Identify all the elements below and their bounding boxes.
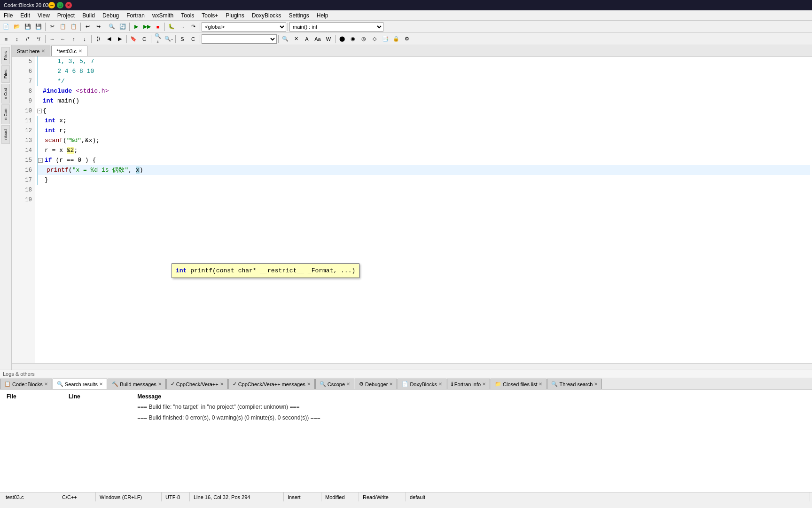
menu-plugins[interactable]: Plugins <box>222 11 248 20</box>
menu-tools-plus[interactable]: Tools+ <box>198 11 222 20</box>
replace-btn[interactable]: 🔄 <box>117 22 128 32</box>
tab-cppcheck-close[interactable]: ✕ <box>220 381 224 387</box>
tb2-2[interactable]: ↕ <box>12 34 22 44</box>
tab-search-results[interactable]: 🔍 Search results ✕ <box>53 379 107 389</box>
search-combo[interactable] <box>202 34 277 44</box>
menu-project[interactable]: Project <box>54 11 78 20</box>
new-btn[interactable]: 📄 <box>1 22 11 32</box>
tb2-indent[interactable]: → <box>47 34 57 44</box>
tb2-class[interactable]: C <box>139 34 149 44</box>
open-btn[interactable]: 📂 <box>12 22 22 32</box>
tab-cppcheck-msg-close[interactable]: ✕ <box>307 381 311 387</box>
debug-btn[interactable]: 🐛 <box>166 22 177 32</box>
copy-btn[interactable]: 📋 <box>58 22 68 32</box>
cut-btn[interactable]: ✂ <box>47 22 57 32</box>
menu-tools[interactable]: Tools <box>177 11 198 20</box>
search-label-btn[interactable]: A <box>302 34 312 44</box>
save-btn[interactable]: 💾 <box>23 22 33 32</box>
tb2-copy-icon[interactable]: 📑 <box>380 34 390 44</box>
tab-build-messages[interactable]: 🔨 Build messages ✕ <box>108 379 166 389</box>
tb2-1[interactable]: ≡ <box>1 34 11 44</box>
sidebar-tab-symbols[interactable]: n Cod <box>1 84 10 103</box>
menu-settings[interactable]: Settings <box>285 11 312 20</box>
tab-codeblocks[interactable]: 📋 Code::Blocks ✕ <box>0 379 52 389</box>
tb2-nav4[interactable]: ◇ <box>369 34 380 44</box>
stepover-btn[interactable]: ↷ <box>188 22 198 32</box>
tab-doxyblocks[interactable]: 📄 DoxyBlocks ✕ <box>398 379 446 389</box>
menu-help[interactable]: Help <box>313 11 332 20</box>
tb2-sb[interactable]: S <box>177 34 187 44</box>
fold-15[interactable]: - <box>38 158 43 163</box>
menu-doxyblocks[interactable]: DoxyBlocks <box>248 11 285 20</box>
tab-cscope[interactable]: 🔍 Cscope ✕ <box>315 379 354 389</box>
sidebar-tab-projects[interactable]: Files <box>1 65 10 83</box>
build-btn[interactable]: ▶ <box>131 22 141 32</box>
tab-test03-close[interactable]: ✕ <box>78 48 82 54</box>
search-input-btn[interactable]: 🔍 <box>280 34 290 44</box>
tb2-bookmark[interactable]: 🔖 <box>128 34 139 44</box>
tab-closed-close[interactable]: ✕ <box>539 381 542 387</box>
tab-cppcheck[interactable]: ✓ CppCheck/Vera++ ✕ <box>166 379 228 389</box>
tb2-settings[interactable]: ⚙ <box>402 34 412 44</box>
tab-thread-search[interactable]: 🔍 Thread search ✕ <box>547 379 602 389</box>
func-combo[interactable]: main() : int <box>289 22 383 32</box>
sidebar-tab-files[interactable]: Files <box>1 47 10 64</box>
tab-debugger-close[interactable]: ✕ <box>389 381 393 387</box>
tb2-comment[interactable]: /* <box>23 34 33 44</box>
tab-doxyblocks-close[interactable]: ✕ <box>438 381 442 387</box>
sidebar-tab-debug[interactable]: n Con <box>1 104 10 124</box>
tab-start-close[interactable]: ✕ <box>41 48 45 54</box>
maximize-button[interactable]: □ <box>57 2 63 8</box>
menu-debug[interactable]: Debug <box>99 11 123 20</box>
tab-codeblocks-close[interactable]: ✕ <box>44 381 48 387</box>
undo-btn[interactable]: ↩ <box>82 22 93 32</box>
tab-cscope-close[interactable]: ✕ <box>346 381 350 387</box>
search-clear[interactable]: ✕ <box>291 34 301 44</box>
tb2-down[interactable]: ↓ <box>79 34 90 44</box>
code-content[interactable]: 1, 3, 5, 7 2 4 6 8 10 */ #include <stdio… <box>35 56 812 363</box>
search-word[interactable]: W <box>323 34 334 44</box>
menu-build[interactable]: Build <box>78 11 99 20</box>
tb2-next[interactable]: ▶ <box>115 34 125 44</box>
menu-wxsmith[interactable]: wxSmith <box>148 11 177 20</box>
menu-edit[interactable]: Edit <box>16 11 34 20</box>
global-combo[interactable]: <global> <box>202 22 286 32</box>
run-btn[interactable]: ▶▶ <box>142 22 152 32</box>
menu-file[interactable]: File <box>0 11 16 20</box>
tb2-zoom-in[interactable]: 🔍+ <box>153 34 163 44</box>
save-all-btn[interactable]: 💾 <box>33 22 44 32</box>
step-btn[interactable]: → <box>177 22 187 32</box>
tab-build-close[interactable]: ✕ <box>158 381 162 387</box>
fold-10[interactable]: - <box>37 109 42 113</box>
tb2-prev[interactable]: ◀ <box>104 34 114 44</box>
tb2-unindent[interactable]: ← <box>58 34 68 44</box>
tab-fortran-close[interactable]: ✕ <box>482 381 486 387</box>
tb2-zoom-out[interactable]: 🔍- <box>164 34 174 44</box>
tab-start-here[interactable]: Start here ✕ <box>12 46 50 56</box>
minimize-button[interactable]: ─ <box>48 2 55 8</box>
tb2-uncomment[interactable]: */ <box>33 34 44 44</box>
tb2-nav3[interactable]: ◎ <box>359 34 369 44</box>
tab-closed-files[interactable]: 📁 Closed files list ✕ <box>491 379 547 389</box>
tb2-match[interactable]: ⟨⟩ <box>93 34 103 44</box>
tab-cppcheck-msg[interactable]: ✓ CppCheck/Vera++ messages ✕ <box>228 379 315 389</box>
paste-btn[interactable]: 📋 <box>69 22 79 32</box>
tab-fortran[interactable]: ℹ Fortran info ✕ <box>447 379 490 389</box>
menu-fortran[interactable]: Fortran <box>123 11 148 20</box>
tab-search-close[interactable]: ✕ <box>99 381 103 387</box>
menu-view[interactable]: View <box>34 11 54 20</box>
stop-btn[interactable]: ■ <box>153 22 163 32</box>
tb2-up[interactable]: ↑ <box>69 34 79 44</box>
tab-test03[interactable]: *test03.c ✕ <box>51 46 87 56</box>
tb2-nav2[interactable]: ◉ <box>348 34 358 44</box>
tb2-nav1[interactable]: ⬤ <box>337 34 347 44</box>
tb2-lock[interactable]: 🔒 <box>391 34 401 44</box>
tb2-cb[interactable]: C <box>188 34 198 44</box>
hscroll[interactable] <box>12 363 812 370</box>
search-btn[interactable]: 🔍 <box>107 22 117 32</box>
close-button[interactable]: ✕ <box>65 2 72 8</box>
tab-thread-close[interactable]: ✕ <box>594 381 598 387</box>
tab-debugger[interactable]: ⚙ Debugger ✕ <box>355 379 397 389</box>
redo-btn[interactable]: ↪ <box>93 22 103 32</box>
search-case[interactable]: Aa <box>312 34 323 44</box>
